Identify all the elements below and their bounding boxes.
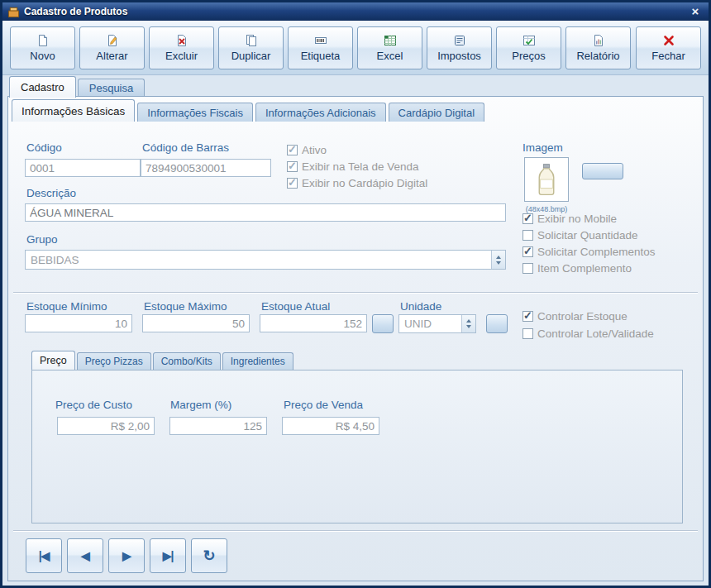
unidade-combobox[interactable]: UNID bbox=[398, 314, 476, 333]
spinner-arrows-icon[interactable] bbox=[461, 315, 475, 332]
item-complemento-checkbox[interactable]: Item Complemento bbox=[523, 262, 632, 275]
first-record-button[interactable]: |◀ bbox=[26, 538, 62, 573]
refresh-button[interactable]: ↻ bbox=[191, 538, 227, 573]
alterar-button-label: Alterar bbox=[96, 50, 127, 62]
impostos-button[interactable]: Impostos bbox=[427, 26, 492, 69]
report-icon bbox=[592, 34, 605, 47]
bottle-image bbox=[529, 162, 564, 197]
check-mark: ✓ bbox=[523, 309, 532, 322]
check-mark: ✓ bbox=[523, 212, 532, 224]
codigo-barras-label: Código de Barras bbox=[142, 141, 229, 154]
exibir-cardapio-checkbox-box[interactable]: ✓ bbox=[287, 178, 298, 189]
barcode-label-icon bbox=[314, 34, 327, 47]
spinner-arrows-icon[interactable] bbox=[491, 251, 505, 269]
exibir-mobile-checkbox-box[interactable]: ✓ bbox=[523, 213, 533, 224]
alterar-button[interactable]: Alterar bbox=[79, 26, 145, 69]
exibir-tela-venda-checkbox-box[interactable]: ✓ bbox=[287, 161, 298, 172]
controlar-estoque-checkbox-box[interactable]: ✓ bbox=[523, 311, 533, 322]
controlar-lote-checkbox-box[interactable] bbox=[523, 328, 533, 339]
item-complemento-checkbox-box[interactable] bbox=[523, 263, 533, 274]
relatorio-button-label: Relatório bbox=[576, 50, 619, 62]
solicitar-complementos-checkbox[interactable]: ✓ Solicitar Complementos bbox=[523, 246, 656, 258]
novo-button-label: Novo bbox=[30, 50, 55, 62]
tab-cadastro[interactable]: Cadastro bbox=[9, 76, 76, 98]
exibir-tela-venda-checkbox[interactable]: ✓ Exibir na Tela de Venda bbox=[287, 160, 419, 173]
fechar-button[interactable]: Fechar bbox=[636, 26, 701, 69]
edit-pencil-icon bbox=[106, 34, 119, 47]
tab-ingredientes[interactable]: Ingredientes bbox=[222, 352, 293, 370]
controlar-estoque-checkbox-label: Controlar Estoque bbox=[537, 310, 627, 323]
last-record-button[interactable]: ▶| bbox=[150, 538, 186, 573]
price-tabs: Preço Preço Pizzas Combo/Kits Ingredient… bbox=[31, 351, 293, 370]
next-record-button[interactable]: ▶ bbox=[108, 538, 145, 573]
excluir-button[interactable]: Excluir bbox=[149, 26, 214, 69]
excel-button[interactable]: Excel bbox=[357, 26, 422, 69]
estoque-maximo-label: Estoque Máximo bbox=[144, 300, 227, 313]
preco-custo-input[interactable] bbox=[57, 417, 155, 435]
subtab-informacoes-adicionais[interactable]: Informações Adicionais bbox=[255, 103, 386, 122]
solicitar-quantidade-checkbox[interactable]: Solicitar Quantidade bbox=[523, 229, 638, 241]
etiqueta-button[interactable]: Etiqueta bbox=[288, 26, 353, 69]
unidade-combobox-value: UNID bbox=[399, 318, 461, 330]
novo-button[interactable]: Novo bbox=[10, 26, 75, 69]
subtab-informacoes-fiscais[interactable]: Informações Fiscais bbox=[137, 103, 253, 122]
etiqueta-button-label: Etiqueta bbox=[301, 50, 341, 62]
margem-input[interactable] bbox=[169, 417, 267, 435]
descricao-label: Descrição bbox=[26, 187, 76, 199]
preco-venda-input[interactable] bbox=[282, 417, 379, 435]
sub-tabs: Informações Básicas Informações Fiscais … bbox=[12, 99, 484, 122]
check-mark: ✓ bbox=[523, 245, 532, 257]
descricao-input[interactable] bbox=[25, 203, 506, 222]
section-divider bbox=[13, 292, 698, 294]
ativo-checkbox-box[interactable]: ✓ bbox=[287, 145, 298, 155]
exibir-cardapio-checkbox[interactable]: ✓ Exibir no Cardápio Digital bbox=[287, 177, 427, 189]
estoque-atual-adjust-button[interactable] bbox=[372, 314, 394, 333]
codigo-barras-input[interactable] bbox=[141, 159, 271, 177]
precos-button-label: Preços bbox=[512, 50, 545, 62]
estoque-atual-label: Estoque Atual bbox=[261, 300, 330, 313]
delete-icon bbox=[175, 34, 188, 47]
tab-combo-kits[interactable]: Combo/Kits bbox=[153, 352, 221, 370]
controlar-lote-checkbox[interactable]: Controlar Lote/Validade bbox=[523, 327, 654, 340]
tab-preco[interactable]: Preço bbox=[31, 351, 75, 370]
record-navigator: |◀ ◀ ▶ ▶| ↻ bbox=[26, 538, 227, 573]
window-title: Cadastro de Produtos bbox=[24, 6, 127, 17]
grupo-label: Grupo bbox=[26, 233, 58, 246]
bottom-divider bbox=[13, 530, 698, 532]
cadastro-page: Informações Básicas Informações Fiscais … bbox=[7, 96, 704, 581]
subtab-informacoes-basicas[interactable]: Informações Básicas bbox=[12, 99, 135, 122]
estoque-atual-input[interactable] bbox=[260, 314, 367, 332]
exibir-mobile-checkbox-label: Exibir no Mobile bbox=[537, 213, 617, 225]
margem-label: Margem (%) bbox=[170, 399, 231, 411]
fechar-button-label: Fechar bbox=[651, 50, 685, 62]
codigo-label: Código bbox=[26, 141, 62, 154]
grupo-combobox[interactable]: BEBIDAS bbox=[25, 250, 506, 270]
duplicar-button[interactable]: Duplicar bbox=[218, 26, 284, 69]
new-document-icon bbox=[36, 34, 50, 47]
estoque-maximo-input[interactable] bbox=[142, 314, 250, 332]
solicitar-complementos-checkbox-box[interactable]: ✓ bbox=[523, 246, 533, 257]
titlebar: Cadastro de Produtos × bbox=[2, 2, 709, 21]
unidade-label: Unidade bbox=[400, 300, 441, 313]
codigo-input[interactable] bbox=[25, 159, 141, 177]
titlebar-close-button[interactable]: × bbox=[687, 4, 704, 19]
previous-record-button[interactable]: ◀ bbox=[67, 538, 103, 573]
estoque-minimo-input[interactable] bbox=[25, 314, 132, 332]
relatorio-button[interactable]: Relatório bbox=[565, 26, 631, 69]
toolbar: Novo Alterar Excluir Duplicar Etiqueta E… bbox=[2, 21, 709, 75]
ativo-checkbox[interactable]: ✓ Ativo bbox=[287, 144, 327, 156]
excluir-button-label: Excluir bbox=[165, 50, 198, 62]
exibir-mobile-checkbox[interactable]: ✓ Exibir no Mobile bbox=[523, 213, 617, 225]
prices-check-icon bbox=[523, 34, 536, 47]
tab-pesquisa[interactable]: Pesquisa bbox=[78, 79, 145, 97]
controlar-estoque-checkbox[interactable]: ✓ Controlar Estoque bbox=[523, 310, 627, 323]
precos-button[interactable]: Preços bbox=[496, 26, 561, 69]
image-browse-button[interactable] bbox=[582, 163, 623, 179]
unidade-add-button[interactable] bbox=[486, 314, 508, 333]
tab-preco-pizzas[interactable]: Preço Pizzas bbox=[77, 352, 151, 370]
taxes-form-icon bbox=[453, 34, 466, 47]
app-window: Cadastro de Produtos × Novo Alterar Excl… bbox=[0, 0, 711, 588]
subtab-cardapio-digital[interactable]: Cardápio Digital bbox=[389, 103, 485, 122]
impostos-button-label: Impostos bbox=[437, 50, 481, 62]
solicitar-quantidade-checkbox-box[interactable] bbox=[523, 230, 533, 241]
